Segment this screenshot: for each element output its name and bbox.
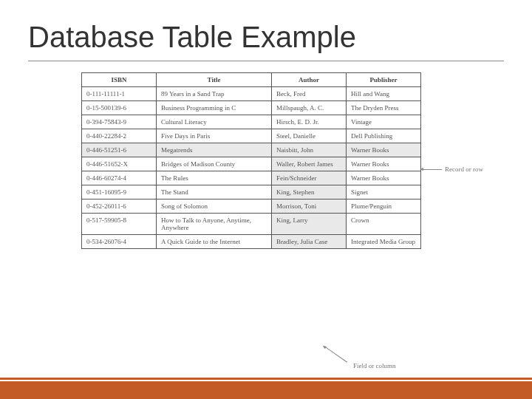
cell-author: Hirsch, E. D. Jr.: [272, 115, 347, 129]
cell-title: Five Days in Paris: [156, 129, 271, 143]
arrow-row-callout: [423, 169, 442, 170]
cell-isbn: 0-534-26076-4: [82, 235, 157, 249]
cell-publisher: Dell Publishing: [347, 129, 421, 143]
slide-footer-bar: [0, 381, 532, 399]
cell-isbn: 0-15-500139-6: [82, 101, 157, 115]
cell-title: Megatrends: [156, 143, 271, 157]
slide-title: Database Table Example: [28, 21, 356, 54]
cell-author: Steel, Danielle: [272, 129, 347, 143]
cell-publisher: Vintage: [347, 115, 421, 129]
cell-isbn: 0-451-16095-9: [82, 185, 157, 200]
cell-title: 89 Years in a Sand Trap: [156, 87, 271, 101]
cell-publisher: Plume/Penguin: [347, 200, 421, 214]
table-row: 0-517-59905-8How to Talk to Anyone, Anyt…: [82, 214, 421, 235]
cell-title: The Stand: [156, 185, 271, 200]
header-author: Author: [272, 73, 347, 87]
arrow-field-callout: [325, 347, 347, 362]
header-isbn: ISBN: [82, 73, 157, 87]
cell-author: King, Stephen: [272, 185, 347, 200]
cell-author: Morrison, Toni: [272, 200, 347, 214]
example-table-container: ISBN Title Author Publisher 0-111-11111-…: [81, 72, 421, 249]
title-underline: [28, 61, 504, 61]
cell-publisher: Crown: [347, 214, 421, 235]
cell-author: Naisbitt, John: [272, 143, 347, 157]
callout-record-row: Record or row: [445, 166, 483, 173]
cell-author: King, Larry: [272, 214, 347, 235]
cell-publisher: Hill and Wang: [347, 87, 421, 101]
cell-title: Business Programming in C: [156, 101, 271, 115]
cell-title: Bridges of Madison County: [156, 157, 271, 171]
cell-publisher: The Dryden Press: [347, 101, 421, 115]
callout-field-column: Field or column: [353, 362, 396, 369]
table-row: 0-534-26076-4A Quick Guide to the Intern…: [82, 235, 421, 249]
cell-title: A Quick Guide to the Internet: [156, 235, 271, 249]
header-title: Title: [156, 73, 271, 87]
cell-publisher: Warner Books: [347, 171, 421, 185]
table-row: 0-394-75843-9Cultural LiteracyHirsch, E.…: [82, 115, 421, 129]
cell-title: Cultural Literacy: [156, 115, 271, 129]
cell-isbn: 0-440-22284-2: [82, 129, 157, 143]
cell-isbn: 0-452-26011-6: [82, 200, 157, 214]
table-row: 0-15-500139-6Business Programming in CMi…: [82, 101, 421, 115]
cell-title: The Rules: [156, 171, 271, 185]
cell-publisher: Warner Books: [347, 143, 421, 157]
cell-publisher: Warner Books: [347, 157, 421, 171]
cell-isbn: 0-394-75843-9: [82, 115, 157, 129]
table-row: 0-111-11111-189 Years in a Sand TrapBeck…: [82, 87, 421, 101]
table-row: 0-446-51251-6MegatrendsNaisbitt, JohnWar…: [82, 143, 421, 157]
cell-publisher: Integrated Media Group: [347, 235, 421, 249]
cell-author: Beck, Fred: [272, 87, 347, 101]
cell-publisher: Signet: [347, 185, 421, 200]
cell-author: Fein/Schneider: [272, 171, 347, 185]
cell-isbn: 0-446-60274-4: [82, 171, 157, 185]
cell-isbn: 0-517-59905-8: [82, 214, 157, 235]
database-table: ISBN Title Author Publisher 0-111-11111-…: [81, 72, 421, 249]
cell-title: How to Talk to Anyone, Anytime, Anywhere: [156, 214, 271, 235]
table-header-row: ISBN Title Author Publisher: [82, 73, 421, 87]
cell-author: Waller, Robert James: [272, 157, 347, 171]
table-row: 0-452-26011-6Song of SolomonMorrison, To…: [82, 200, 421, 214]
table-row: 0-440-22284-2Five Days in ParisSteel, Da…: [82, 129, 421, 143]
cell-isbn: 0-446-51251-6: [82, 143, 157, 157]
cell-author: Bradley, Julia Case: [272, 235, 347, 249]
cell-author: Millspaugh, A. C.: [272, 101, 347, 115]
cell-title: Song of Solomon: [156, 200, 271, 214]
cell-isbn: 0-111-11111-1: [82, 87, 157, 101]
header-publisher: Publisher: [347, 73, 421, 87]
table-row: 0-446-60274-4The RulesFein/SchneiderWarn…: [82, 171, 421, 185]
table-row: 0-446-51652-XBridges of Madison CountyWa…: [82, 157, 421, 171]
table-row: 0-451-16095-9The StandKing, StephenSigne…: [82, 185, 421, 200]
cell-isbn: 0-446-51652-X: [82, 157, 157, 171]
